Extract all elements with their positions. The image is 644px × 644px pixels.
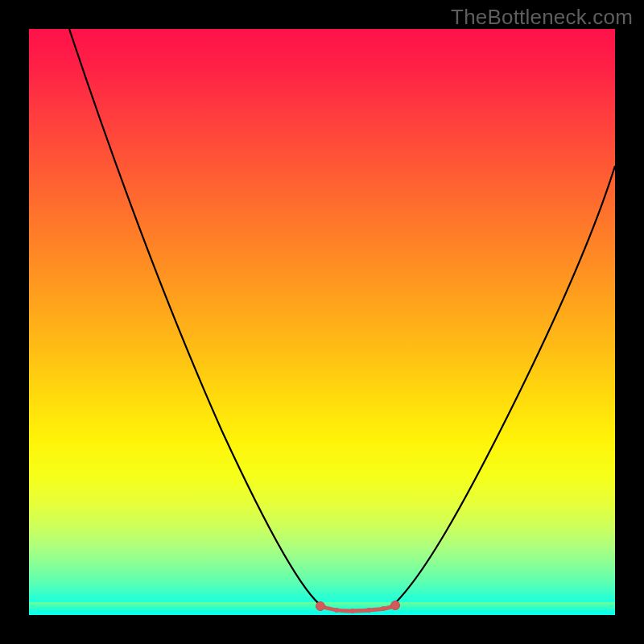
curve-left-branch	[69, 29, 323, 607]
chart-frame: TheBottleneck.com	[0, 0, 644, 644]
watermark-text: TheBottleneck.com	[451, 5, 633, 30]
valley-marker-3	[350, 609, 355, 613]
valley-marker-left	[316, 602, 325, 611]
curve-layer	[29, 29, 615, 615]
plot-area	[29, 29, 615, 615]
valley-marker-5	[381, 606, 386, 611]
valley-marker-right	[391, 601, 400, 610]
valley-marker-2	[334, 608, 339, 613]
curve-right-branch	[393, 166, 615, 605]
valley-marker-4	[366, 608, 371, 613]
